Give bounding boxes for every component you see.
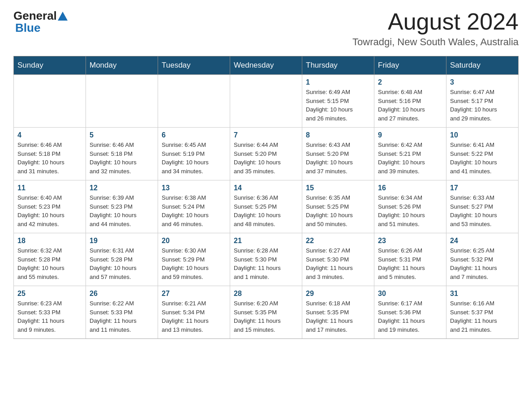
day-number: 23 [378,237,442,245]
day-number: 3 [450,78,515,86]
day-number: 1 [306,78,370,86]
day-number: 12 [90,184,154,192]
calendar-week-1: 1Sunrise: 6:49 AM Sunset: 5:15 PM Daylig… [14,75,519,128]
calendar-cell: 9Sunrise: 6:42 AM Sunset: 5:21 PM Daylig… [374,128,446,180]
day-number: 15 [306,184,370,192]
calendar-cell [230,75,302,128]
calendar-week-3: 11Sunrise: 6:40 AM Sunset: 5:23 PM Dayli… [14,180,519,233]
logo-blue-text: Blue [15,21,40,35]
day-number: 30 [378,290,442,298]
calendar-cell: 11Sunrise: 6:40 AM Sunset: 5:23 PM Dayli… [14,180,86,233]
day-number: 9 [378,131,442,139]
day-info: Sunrise: 6:22 AM Sunset: 5:33 PM Dayligh… [90,299,154,334]
day-info: Sunrise: 6:27 AM Sunset: 5:30 PM Dayligh… [306,246,370,281]
day-info: Sunrise: 6:48 AM Sunset: 5:16 PM Dayligh… [378,88,442,123]
day-info: Sunrise: 6:39 AM Sunset: 5:23 PM Dayligh… [90,193,154,228]
day-number: 6 [162,131,226,139]
location-title: Towradgi, New South Wales, Australia [352,36,519,48]
day-info: Sunrise: 6:18 AM Sunset: 5:35 PM Dayligh… [306,299,370,334]
calendar-header: SundayMondayTuesdayWednesdayThursdayFrid… [14,56,519,75]
day-number: 21 [234,237,298,245]
calendar-cell [86,75,158,128]
page-header: General Blue August 2024 Towradgi, New S… [13,9,519,48]
day-info: Sunrise: 6:42 AM Sunset: 5:21 PM Dayligh… [378,141,442,176]
day-info: Sunrise: 6:28 AM Sunset: 5:30 PM Dayligh… [234,246,298,281]
calendar-cell [14,75,86,128]
calendar-cell: 4Sunrise: 6:46 AM Sunset: 5:18 PM Daylig… [14,128,86,180]
day-number: 31 [450,290,515,298]
day-info: Sunrise: 6:26 AM Sunset: 5:31 PM Dayligh… [378,246,442,281]
day-info: Sunrise: 6:46 AM Sunset: 5:18 PM Dayligh… [17,141,82,176]
day-info: Sunrise: 6:21 AM Sunset: 5:34 PM Dayligh… [162,299,226,334]
day-info: Sunrise: 6:20 AM Sunset: 5:35 PM Dayligh… [234,299,298,334]
day-info: Sunrise: 6:33 AM Sunset: 5:27 PM Dayligh… [450,193,515,228]
calendar-cell: 17Sunrise: 6:33 AM Sunset: 5:27 PM Dayli… [446,180,519,233]
calendar-cell: 26Sunrise: 6:22 AM Sunset: 5:33 PM Dayli… [86,286,158,339]
calendar-cell: 20Sunrise: 6:30 AM Sunset: 5:29 PM Dayli… [158,233,230,286]
day-info: Sunrise: 6:49 AM Sunset: 5:15 PM Dayligh… [306,88,370,123]
calendar-cell: 30Sunrise: 6:17 AM Sunset: 5:36 PM Dayli… [374,286,446,339]
calendar-cell: 1Sunrise: 6:49 AM Sunset: 5:15 PM Daylig… [302,75,374,128]
title-block: August 2024 Towradgi, New South Wales, A… [352,9,519,48]
day-info: Sunrise: 6:47 AM Sunset: 5:17 PM Dayligh… [450,88,515,123]
svg-marker-0 [58,12,68,21]
calendar-body: 1Sunrise: 6:49 AM Sunset: 5:15 PM Daylig… [14,75,519,339]
calendar-cell: 22Sunrise: 6:27 AM Sunset: 5:30 PM Dayli… [302,233,374,286]
calendar-cell: 6Sunrise: 6:45 AM Sunset: 5:19 PM Daylig… [158,128,230,180]
calendar-cell: 25Sunrise: 6:23 AM Sunset: 5:33 PM Dayli… [14,286,86,339]
calendar-cell: 23Sunrise: 6:26 AM Sunset: 5:31 PM Dayli… [374,233,446,286]
calendar-cell: 24Sunrise: 6:25 AM Sunset: 5:32 PM Dayli… [446,233,519,286]
calendar-cell: 3Sunrise: 6:47 AM Sunset: 5:17 PM Daylig… [446,75,519,128]
month-title: August 2024 [352,9,519,34]
calendar-cell: 7Sunrise: 6:44 AM Sunset: 5:20 PM Daylig… [230,128,302,180]
header-day-saturday: Saturday [446,56,519,75]
calendar-cell: 19Sunrise: 6:31 AM Sunset: 5:28 PM Dayli… [86,233,158,286]
header-day-wednesday: Wednesday [230,56,302,75]
calendar-cell: 8Sunrise: 6:43 AM Sunset: 5:20 PM Daylig… [302,128,374,180]
day-info: Sunrise: 6:32 AM Sunset: 5:28 PM Dayligh… [17,246,82,281]
day-number: 11 [17,184,82,192]
day-info: Sunrise: 6:23 AM Sunset: 5:33 PM Dayligh… [17,299,82,334]
day-number: 8 [306,131,370,139]
calendar-week-4: 18Sunrise: 6:32 AM Sunset: 5:28 PM Dayli… [14,233,519,286]
day-number: 4 [17,131,82,139]
day-info: Sunrise: 6:16 AM Sunset: 5:37 PM Dayligh… [450,299,515,334]
calendar-cell: 5Sunrise: 6:46 AM Sunset: 5:18 PM Daylig… [86,128,158,180]
header-row: SundayMondayTuesdayWednesdayThursdayFrid… [14,56,519,75]
day-number: 5 [90,131,154,139]
day-info: Sunrise: 6:43 AM Sunset: 5:20 PM Dayligh… [306,141,370,176]
day-number: 17 [450,184,515,192]
day-number: 27 [162,290,226,298]
day-number: 13 [162,184,226,192]
day-number: 25 [17,290,82,298]
day-info: Sunrise: 6:34 AM Sunset: 5:26 PM Dayligh… [378,193,442,228]
calendar-cell: 13Sunrise: 6:38 AM Sunset: 5:24 PM Dayli… [158,180,230,233]
calendar-table: SundayMondayTuesdayWednesdayThursdayFrid… [13,56,519,339]
header-day-sunday: Sunday [14,56,86,75]
day-info: Sunrise: 6:38 AM Sunset: 5:24 PM Dayligh… [162,193,226,228]
day-number: 14 [234,184,298,192]
day-info: Sunrise: 6:46 AM Sunset: 5:18 PM Dayligh… [90,141,154,176]
calendar-cell: 21Sunrise: 6:28 AM Sunset: 5:30 PM Dayli… [230,233,302,286]
calendar-cell: 2Sunrise: 6:48 AM Sunset: 5:16 PM Daylig… [374,75,446,128]
calendar-cell: 27Sunrise: 6:21 AM Sunset: 5:34 PM Dayli… [158,286,230,339]
header-day-monday: Monday [86,56,158,75]
day-number: 26 [90,290,154,298]
day-info: Sunrise: 6:30 AM Sunset: 5:29 PM Dayligh… [162,246,226,281]
day-number: 22 [306,237,370,245]
header-day-tuesday: Tuesday [158,56,230,75]
day-info: Sunrise: 6:40 AM Sunset: 5:23 PM Dayligh… [17,193,82,228]
day-number: 20 [162,237,226,245]
day-number: 29 [306,290,370,298]
logo-triangle-icon [58,11,68,22]
day-number: 24 [450,237,515,245]
header-day-friday: Friday [374,56,446,75]
calendar-cell: 14Sunrise: 6:36 AM Sunset: 5:25 PM Dayli… [230,180,302,233]
calendar-cell: 31Sunrise: 6:16 AM Sunset: 5:37 PM Dayli… [446,286,519,339]
day-number: 16 [378,184,442,192]
day-number: 10 [450,131,515,139]
day-number: 28 [234,290,298,298]
calendar-week-5: 25Sunrise: 6:23 AM Sunset: 5:33 PM Dayli… [14,286,519,339]
day-number: 7 [234,131,298,139]
calendar-cell [158,75,230,128]
